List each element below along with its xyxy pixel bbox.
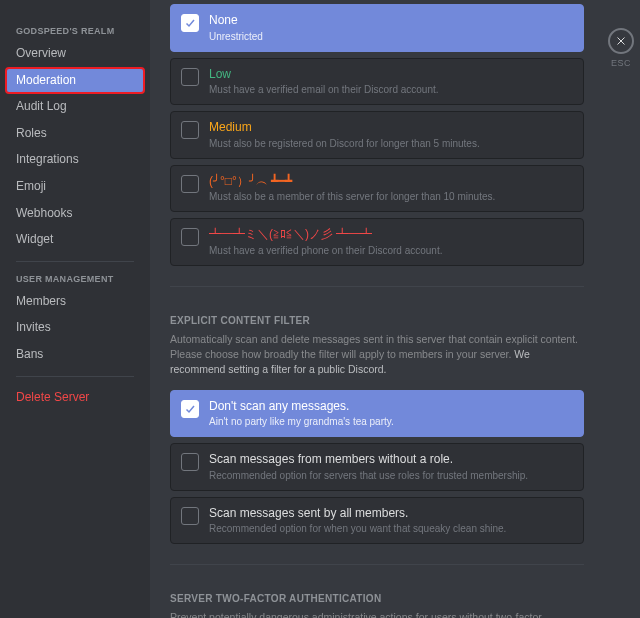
option-desc: Recommended option for when you want tha… bbox=[209, 522, 573, 535]
option-desc: Must have a verified email on their Disc… bbox=[209, 83, 573, 96]
sidebar-item-roles[interactable]: Roles bbox=[6, 121, 144, 147]
close-button[interactable] bbox=[608, 28, 634, 54]
option-desc: Recommended option for servers that use … bbox=[209, 469, 573, 482]
twofa-description: Prevent potentially dangerous administra… bbox=[170, 610, 584, 618]
option-title: Low bbox=[209, 67, 573, 83]
sidebar-item-overview[interactable]: Overview bbox=[6, 41, 144, 67]
sidebar-item-integrations[interactable]: Integrations bbox=[6, 147, 144, 173]
verification-option-high[interactable]: (╯°□°）╯︵ ┻━┻ Must also be a member of th… bbox=[170, 165, 584, 213]
radio-icon bbox=[181, 14, 199, 32]
option-title: (╯°□°）╯︵ ┻━┻ bbox=[209, 174, 573, 190]
sidebar-item-webhooks[interactable]: Webhooks bbox=[6, 201, 144, 227]
sidebar-item-invites[interactable]: Invites bbox=[6, 315, 144, 341]
radio-icon bbox=[181, 175, 199, 193]
sidebar-item-audit-log[interactable]: Audit Log bbox=[6, 94, 144, 120]
sidebar-item-emoji[interactable]: Emoji bbox=[6, 174, 144, 200]
settings-sidebar: GODSPEED'S REALM Overview Moderation Aud… bbox=[0, 0, 150, 618]
option-title: Scan messages sent by all members. bbox=[209, 506, 573, 522]
option-desc: Ain't no party like my grandma's tea par… bbox=[209, 415, 573, 428]
option-title: ┻━┻ミ＼(≧ﾛ≦＼)ノ彡 ┻━┻ bbox=[209, 227, 573, 243]
verification-option-medium[interactable]: Medium Must also be registered on Discor… bbox=[170, 111, 584, 159]
verification-option-extreme[interactable]: ┻━┻ミ＼(≧ﾛ≦＼)ノ彡 ┻━┻ Must have a verified p… bbox=[170, 218, 584, 266]
radio-icon bbox=[181, 400, 199, 418]
option-title: Don't scan any messages. bbox=[209, 399, 573, 415]
option-title: Medium bbox=[209, 120, 573, 136]
section-divider bbox=[170, 286, 584, 287]
twofa-heading: SERVER TWO-FACTOR AUTHENTICATION bbox=[170, 593, 628, 604]
section-divider bbox=[170, 564, 584, 565]
radio-icon bbox=[181, 68, 199, 86]
radio-icon bbox=[181, 507, 199, 525]
explicit-option-without-role[interactable]: Scan messages from members without a rol… bbox=[170, 443, 584, 491]
explicit-option-all[interactable]: Scan messages sent by all members. Recom… bbox=[170, 497, 584, 545]
option-title: Scan messages from members without a rol… bbox=[209, 452, 573, 468]
sidebar-category-server: GODSPEED'S REALM bbox=[6, 22, 144, 40]
close-icon bbox=[615, 35, 627, 47]
radio-icon bbox=[181, 228, 199, 246]
option-desc: Unrestricted bbox=[209, 30, 573, 43]
sidebar-item-widget[interactable]: Widget bbox=[6, 227, 144, 253]
option-desc: Must also be registered on Discord for l… bbox=[209, 137, 573, 150]
explicit-option-none[interactable]: Don't scan any messages. Ain't no party … bbox=[170, 390, 584, 438]
sidebar-separator bbox=[16, 376, 134, 377]
sidebar-item-members[interactable]: Members bbox=[6, 289, 144, 315]
explicit-filter-heading: EXPLICIT CONTENT FILTER bbox=[170, 315, 628, 326]
settings-panel: ESC None Unrestricted Low Must have a ve… bbox=[150, 0, 640, 618]
radio-icon bbox=[181, 121, 199, 139]
close-label: ESC bbox=[608, 58, 634, 68]
option-desc: Must also be a member of this server for… bbox=[209, 190, 573, 203]
sidebar-category-user: USER MANAGEMENT bbox=[6, 270, 144, 288]
sidebar-item-bans[interactable]: Bans bbox=[6, 342, 144, 368]
option-desc: Must have a verified phone on their Disc… bbox=[209, 244, 573, 257]
explicit-filter-description: Automatically scan and delete messages s… bbox=[170, 332, 584, 378]
verification-option-none[interactable]: None Unrestricted bbox=[170, 4, 584, 52]
verification-option-low[interactable]: Low Must have a verified email on their … bbox=[170, 58, 584, 106]
sidebar-separator bbox=[16, 261, 134, 262]
radio-icon bbox=[181, 453, 199, 471]
sidebar-item-moderation[interactable]: Moderation bbox=[6, 68, 144, 94]
sidebar-item-delete-server[interactable]: Delete Server bbox=[6, 385, 144, 411]
option-title: None bbox=[209, 13, 573, 29]
